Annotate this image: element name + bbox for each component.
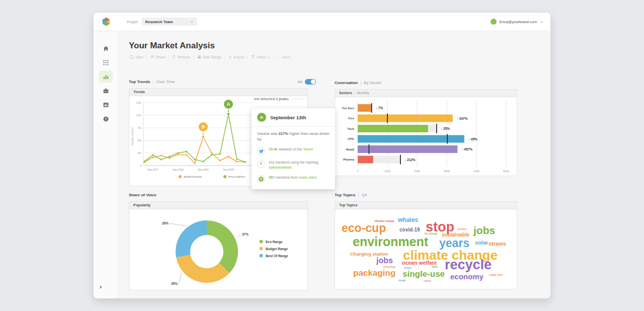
insight-card-body: Volume was 317% higher than usual driven… bbox=[252, 127, 335, 189]
refresh-button[interactable]: Refresh bbox=[172, 55, 190, 59]
word-cloud-term: eco-cup bbox=[342, 222, 386, 234]
home-icon bbox=[103, 45, 109, 52]
date-range-button[interactable]: Date Range bbox=[197, 55, 221, 59]
svg-text:A: A bbox=[227, 102, 230, 107]
svg-text:35%: 35% bbox=[171, 282, 178, 285]
trends-card-title: Trends bbox=[133, 89, 145, 96]
svg-text:0: 0 bbox=[140, 164, 141, 167]
svg-text:100k: 100k bbox=[136, 114, 141, 117]
svg-text:200k: 200k bbox=[414, 170, 420, 173]
sectors-card-title: Sectors bbox=[339, 90, 352, 97]
svg-text:Eco Range: Eco Range bbox=[266, 240, 283, 244]
word-cloud-term: environment bbox=[353, 236, 428, 248]
topbar: Project Research Team ⌄ Erica@yourbrand.… bbox=[94, 13, 550, 31]
word-cloud-term: jobs bbox=[376, 257, 393, 265]
insight-item-retweets: 15.4k retweets of this Tweet bbox=[257, 147, 330, 155]
news-sites-link[interactable]: news sites bbox=[299, 176, 316, 179]
popularity-card: Popularity 37%35%28%Eco RangeBudget Rang… bbox=[129, 201, 308, 290]
svg-text:#plasticwaste: #plasticwaste bbox=[184, 175, 202, 178]
toolbar: Save | Share | Refresh | Date Range | Ex… bbox=[130, 55, 290, 59]
voice-title: Share of Voice bbox=[129, 193, 156, 197]
export-button[interactable]: Export bbox=[228, 55, 244, 59]
svg-text:B: B bbox=[202, 124, 205, 129]
svg-text:Best Of Range: Best Of Range bbox=[266, 254, 288, 258]
svg-text:↓ 25%: ↓ 25% bbox=[441, 127, 450, 130]
sidebar-item-alerts[interactable] bbox=[99, 113, 113, 125]
tweet-link[interactable]: Tweet bbox=[303, 147, 313, 151]
sidebar-item-analytics[interactable] bbox=[99, 70, 113, 83]
sectors-card-subtitle: Monthly bbox=[357, 90, 370, 97]
save-icon bbox=[130, 55, 134, 59]
svg-text:Sep 2018: Sep 2018 bbox=[173, 168, 184, 171]
topics-section-header: Top Topics | Q4 bbox=[335, 191, 517, 198]
share-icon bbox=[150, 55, 154, 59]
svg-text:400k: 400k bbox=[473, 170, 479, 173]
sectors-chart-body: 0100k200k300k400k500kFin Serv↓ 7%Gov↑ 34… bbox=[335, 97, 517, 176]
trends-title: Top Trends bbox=[129, 80, 150, 84]
project-label: Project bbox=[127, 20, 138, 24]
date-range-label: Date Range bbox=[203, 55, 221, 59]
svg-text:500k: 500k bbox=[503, 170, 509, 173]
topics-title: Top Topics bbox=[335, 193, 355, 197]
svg-text:Gov: Gov bbox=[348, 117, 354, 120]
svg-text:100k: 100k bbox=[384, 170, 390, 173]
briefcase-icon bbox=[103, 88, 109, 94]
iris-toggle[interactable] bbox=[305, 79, 316, 85]
sectors-bar-chart[interactable]: 0100k200k300k400k500kFin Serv↓ 7%Gov↑ 34… bbox=[335, 97, 517, 176]
svg-text:Pharma: Pharma bbox=[343, 158, 355, 161]
app-logo-icon[interactable] bbox=[101, 16, 112, 27]
sidebar-item-projects[interactable] bbox=[99, 85, 113, 97]
iris-peaks-note: iris detected 2 peaks bbox=[254, 97, 307, 101]
svg-text:Mention Volume: Mention Volume bbox=[131, 127, 134, 145]
project-selector[interactable]: Research Team ⌄ bbox=[142, 18, 197, 26]
save-button[interactable]: Save bbox=[130, 55, 143, 59]
insight-card-header: A September 13th bbox=[252, 108, 335, 127]
more-button[interactable]: ⋯ More bbox=[277, 55, 290, 59]
sidebar-collapse-button[interactable]: › bbox=[100, 283, 102, 290]
svg-text:↑ 347%: ↑ 347% bbox=[457, 117, 468, 120]
refresh-icon bbox=[172, 55, 176, 59]
chevron-down-icon: ∨ bbox=[268, 55, 270, 59]
sidebar-item-reports[interactable] bbox=[99, 99, 113, 111]
iris-insight-card[interactable]: A September 13th Volume was 317% higher … bbox=[252, 108, 335, 189]
share-of-voice-donut-chart[interactable]: 37%35%28%Eco RangeBudget RangeBest Of Ra… bbox=[129, 209, 307, 290]
right-column: Coversation | By Sector Sectors | Monthl… bbox=[335, 79, 517, 289]
project-value: Research Team bbox=[145, 20, 173, 24]
hashtag-link[interactable]: #plasticwaste bbox=[269, 166, 292, 169]
iris-toggle-label: iris bbox=[298, 80, 302, 84]
sectors-section-header: Coversation | By Sector bbox=[335, 79, 517, 86]
iris-peaks-note-text: iris detected 2 peaks bbox=[254, 97, 289, 101]
filters-label: Filters bbox=[257, 55, 266, 59]
word-cloud-term: solar bbox=[475, 240, 488, 246]
word-cloud-term: ocean welfare bbox=[402, 260, 437, 266]
svg-text:28%: 28% bbox=[162, 221, 169, 225]
hashtag-icon: # bbox=[257, 160, 265, 168]
save-label: Save bbox=[135, 55, 143, 59]
share-button[interactable]: Share bbox=[150, 55, 166, 59]
svg-text:↑ 457%: ↑ 457% bbox=[461, 147, 472, 151]
topics-card-title: Top Topics bbox=[339, 202, 357, 209]
news-count: 987 bbox=[269, 176, 275, 179]
alert-icon bbox=[103, 116, 109, 122]
word-cloud-term: single-use bbox=[403, 270, 445, 278]
svg-text:25k: 25k bbox=[137, 151, 142, 154]
sectors-title: Coversation bbox=[335, 81, 358, 85]
export-icon bbox=[228, 55, 232, 59]
sidebar-item-apps[interactable] bbox=[99, 56, 113, 68]
user-menu[interactable]: Erica@yourbrand.com ⌄ bbox=[491, 19, 543, 25]
svg-text:Sep 2019: Sep 2019 bbox=[198, 168, 209, 171]
refresh-label: Refresh bbox=[178, 55, 190, 59]
word-cloud-term: whales bbox=[398, 217, 418, 223]
svg-text:Retail: Retail bbox=[346, 148, 355, 151]
filters-button[interactable]: Filters ∨ bbox=[251, 55, 270, 59]
svg-text:300k: 300k bbox=[444, 170, 450, 173]
avatar bbox=[491, 19, 497, 25]
popularity-chart-body: 37%35%28%Eco RangeBudget RangeBest Of Ra… bbox=[129, 209, 307, 290]
topics-card: Top Topics climate changewhaleseco-cupco… bbox=[335, 201, 517, 289]
trends-subtitle: Over Time bbox=[156, 80, 175, 84]
topics-subtitle: Q4 bbox=[362, 193, 367, 197]
sidebar-item-home[interactable] bbox=[99, 42, 113, 54]
word-cloud-term: covid-19 bbox=[399, 227, 420, 232]
topics-word-cloud[interactable]: climate changewhaleseco-cupcovid-19stopt… bbox=[335, 209, 517, 289]
export-label: Export bbox=[234, 55, 244, 59]
